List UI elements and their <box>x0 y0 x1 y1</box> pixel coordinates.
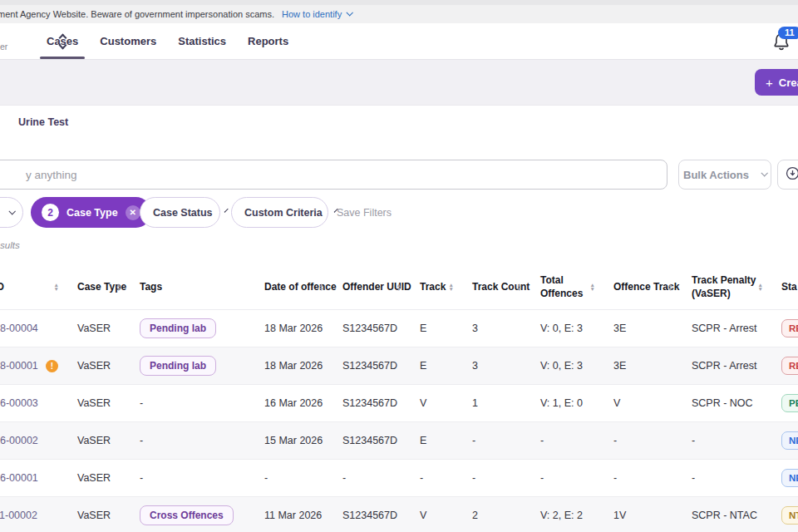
table-row[interactable]: 16-00001 VaSER - - - - - - - - NE <box>0 459 798 496</box>
x-circle-icon[interactable]: ✕ <box>126 205 140 220</box>
header-total-offences: Total Offences ▲▼ <box>534 273 608 300</box>
notification-count-badge[interactable]: 11 <box>778 27 798 39</box>
cell-track: V <box>414 397 466 409</box>
status-badge: RE <box>781 357 798 375</box>
sort-icon[interactable]: ▲▼ <box>517 283 522 291</box>
cell-track-penalty: - <box>686 472 776 484</box>
export-button[interactable] <box>777 160 798 190</box>
header-date-of-offence: Date of offence ▲▼ <box>259 280 337 293</box>
cell-offence-track: - <box>608 435 686 446</box>
cell-track-penalty: SCPR - Arrest <box>686 323 776 334</box>
results-count-fragment: sults <box>0 240 20 250</box>
cell-date: 11 Mar 2026 <box>259 510 337 521</box>
cell-track-penalty: SCPR - NTAC <box>686 510 776 521</box>
cell-track-penalty: - <box>686 435 776 446</box>
case-id-link[interactable]: 18-00001 <box>0 360 38 372</box>
cell-total-offences: - <box>534 435 608 446</box>
table-row[interactable]: 16-00002 VaSER - 15 Mar 2026 S1234567D E… <box>0 421 798 459</box>
filter-chip-cutoff[interactable] <box>0 197 23 228</box>
cell-total-offences: V: 1, E: 0 <box>534 397 608 409</box>
case-id-link[interactable]: 16-00002 <box>0 435 38 446</box>
sort-icon[interactable]: ▲▼ <box>668 283 673 291</box>
case-id-link[interactable]: 11-00002 <box>0 510 37 521</box>
sort-icon[interactable]: ▲▼ <box>319 283 324 291</box>
cell-tags: - <box>134 397 259 409</box>
gov-banner: ment Agency Website. Beware of governmen… <box>0 5 798 23</box>
cell-total-offences: V: 0, E: 3 <box>534 323 608 334</box>
header-status: Sta <box>776 280 798 293</box>
sort-icon[interactable]: ▲▼ <box>758 283 763 291</box>
cell-tags: - <box>134 472 259 484</box>
cell-total-offences: V: 2, E: 2 <box>534 510 608 521</box>
case-id-link[interactable]: 16-00003 <box>0 397 38 409</box>
search-input[interactable] <box>0 160 667 190</box>
filter-chip-case-type[interactable]: 2 Case Type ✕ <box>31 197 151 228</box>
page-action-band <box>0 60 798 106</box>
section-tab-urine-test[interactable]: Urine Test <box>18 116 68 128</box>
sort-icon[interactable]: ▲▼ <box>397 283 401 291</box>
tag-badge: Cross Offences <box>140 505 234 525</box>
header-offence-track: Offence Track ▲▼ <box>608 280 686 293</box>
tab-reports[interactable]: Reports <box>248 35 288 47</box>
cell-track-count: - <box>466 435 534 446</box>
filter-chip-case-status[interactable]: Case Status <box>140 197 220 228</box>
cell-case-type: VaSER <box>71 323 134 334</box>
cell-case-type: VaSER <box>71 360 134 372</box>
cell-date: 18 Mar 2026 <box>259 360 337 372</box>
cell-case-type: VaSER <box>71 510 134 521</box>
filter-count-badge: 2 <box>42 204 59 221</box>
circle-arrow-down-icon <box>786 166 798 183</box>
nav-tabs: Cases Customers Statistics Reports <box>47 23 288 59</box>
chevron-down-icon <box>224 209 228 213</box>
header-track: Track ▲▼ <box>414 280 466 293</box>
case-id-link[interactable]: 18-00004 <box>0 323 38 334</box>
status-badge: NT <box>781 506 798 525</box>
create-case-button[interactable]: + Crea <box>755 69 798 96</box>
cell-track: E <box>414 435 466 446</box>
bulk-actions-button[interactable]: Bulk Actions <box>678 160 771 190</box>
cell-date: - <box>259 472 337 484</box>
header-case-type: Case Type ▲▼ <box>71 280 134 293</box>
cell-uuid: S1234567D <box>337 360 414 372</box>
cell-track: V <box>414 510 466 521</box>
table-row[interactable]: 16-00003 VaSER - 16 Mar 2026 S1234567D V… <box>0 384 798 421</box>
how-to-identify-link[interactable]: How to identify <box>282 9 352 19</box>
gov-banner-text: ment Agency Website. Beware of governmen… <box>0 9 274 19</box>
sort-icon[interactable]: ▲▼ <box>54 283 59 291</box>
sort-icon[interactable]: ▲▼ <box>449 283 454 291</box>
chevron-down-icon <box>8 208 15 214</box>
cell-date: 18 Mar 2026 <box>259 323 337 334</box>
cases-table: ID ▲▼ Case Type ▲▼ Tags Date of offence … <box>0 264 798 532</box>
table-row[interactable]: 18-00001 ! VaSER Pending lab 18 Mar 2026… <box>0 347 798 384</box>
cell-offence-track: 3E <box>608 323 686 334</box>
cell-track: E <box>414 323 466 334</box>
filter-chip-custom-criteria[interactable]: Custom Criteria <box>231 197 328 228</box>
cell-date: 15 Mar 2026 <box>259 435 337 446</box>
cell-track: E <box>414 360 466 372</box>
header-offender-uuid: Offender UUID ▲▼ <box>337 280 414 293</box>
cell-track-penalty: SCPR - Arrest <box>686 360 776 372</box>
cell-track-count: 3 <box>466 323 534 334</box>
header-id: ID ▲▼ <box>0 280 71 293</box>
header-track-count: Track Count ▲▼ <box>466 280 534 293</box>
table-row[interactable]: 18-00004 VaSER Pending lab 18 Mar 2026 S… <box>0 309 798 347</box>
tab-statistics[interactable]: Statistics <box>178 35 226 47</box>
cell-track-count: 2 <box>466 510 534 521</box>
status-badge: NE <box>781 431 798 450</box>
tab-cases[interactable]: Cases <box>47 35 78 47</box>
cell-total-offences: - <box>534 472 608 484</box>
status-badge: RE <box>781 319 798 337</box>
status-badge: NE <box>781 469 798 487</box>
table-row[interactable]: 11-00002 VaSER Cross Offences 11 Mar 202… <box>0 496 798 532</box>
case-id-link[interactable]: 16-00001 <box>0 472 38 484</box>
sort-icon[interactable]: ▲▼ <box>590 283 595 291</box>
cell-uuid: S1234567D <box>337 435 414 446</box>
tab-customers[interactable]: Customers <box>100 35 156 47</box>
chevron-down-icon <box>347 9 353 16</box>
cell-offence-track: - <box>608 472 686 484</box>
save-filters-link[interactable]: Save Filters <box>337 207 392 219</box>
sort-icon[interactable]: ▲▼ <box>116 283 121 291</box>
cell-tags: - <box>134 435 259 446</box>
cell-track: - <box>414 472 466 484</box>
cell-total-offences: V: 0, E: 3 <box>534 360 608 372</box>
